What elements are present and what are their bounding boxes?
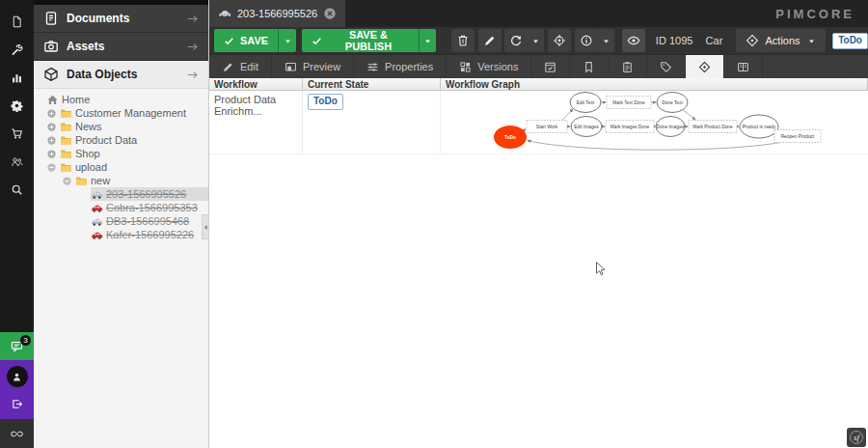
tab-edit[interactable]: Edit	[209, 55, 272, 78]
logout-icon	[11, 398, 23, 410]
ribbon-label: Properties	[385, 61, 433, 72]
tab-object[interactable]: 203-1566995526	[209, 0, 345, 27]
logout-button[interactable]	[7, 394, 28, 413]
column-header-workflow-graph[interactable]: Workflow Graph	[441, 78, 868, 90]
tab-calendar-button[interactable]	[531, 55, 570, 78]
accordion-data-objects[interactable]: Data Objects	[34, 61, 208, 89]
plus-circle-icon[interactable]	[46, 108, 57, 119]
panel-collapse-handle[interactable]	[202, 214, 209, 239]
tree-item-shop[interactable]: Shop	[34, 147, 208, 160]
tree-item-label: Customer Management	[75, 107, 186, 119]
car-red-icon	[91, 229, 103, 241]
tree-item-news[interactable]: News	[34, 120, 208, 133]
gear-icon	[11, 99, 23, 112]
info-dropdown[interactable]	[598, 29, 614, 52]
empty-content-area	[209, 154, 868, 448]
reload-dropdown[interactable]	[528, 29, 544, 52]
graph-node-label: ToDo	[504, 135, 516, 140]
tree-item-home[interactable]: Home	[34, 93, 208, 106]
bookmark-icon	[583, 61, 595, 73]
cart-icon	[11, 127, 23, 140]
collapse-arrow-icon	[203, 224, 209, 231]
tree-item-customer-management[interactable]: Customer Management	[34, 106, 208, 120]
navigation-panel: Documents Assets Data Objects HomeCustom…	[34, 0, 209, 448]
rail-chart-button[interactable]	[0, 64, 34, 92]
documents-icon	[43, 11, 59, 26]
column-header-workflow[interactable]: Workflow	[209, 78, 303, 90]
save-publish-dropdown[interactable]	[419, 29, 436, 52]
rename-button[interactable]	[478, 29, 502, 52]
rail-cart-button[interactable]	[0, 120, 34, 148]
debug-toolbar-button[interactable]: sf	[847, 428, 866, 447]
car-icon	[218, 7, 231, 20]
tab-bookmark-button[interactable]	[570, 55, 609, 78]
info-button[interactable]	[575, 29, 598, 52]
column-header-current-state[interactable]: Current State	[303, 78, 441, 90]
infinity-icon	[11, 428, 23, 440]
ribbon-label: Versions	[477, 61, 518, 72]
chevron-down-icon	[531, 37, 540, 45]
object-toolbar: SAVE SAVE & PUBLISH	[209, 27, 868, 55]
user-avatar-button[interactable]	[7, 366, 28, 387]
accordion-documents[interactable]: Documents	[34, 5, 208, 33]
chevron-down-icon	[602, 37, 610, 45]
wrench-icon	[11, 43, 23, 56]
tab-tag-button[interactable]	[647, 55, 686, 78]
tab-book-button[interactable]	[724, 55, 763, 78]
rail-file-button[interactable]	[0, 8, 34, 36]
tree-item-db3-1566995468[interactable]: DB3-1566995468	[34, 214, 208, 228]
tree-item-kafer-1566995226[interactable]: Kafer-1566995226	[34, 228, 208, 241]
plus-circle-icon[interactable]	[46, 135, 57, 146]
tree-item-203-1566995526[interactable]: 203-1566995526	[34, 187, 208, 201]
tab-clipboard-button[interactable]	[609, 55, 647, 78]
tree-item-label: 203-1566995526	[106, 188, 186, 200]
minus-circle-icon[interactable]	[46, 162, 57, 173]
folder-icon	[60, 107, 72, 120]
tree-item-product-data[interactable]: Product Data	[34, 133, 208, 147]
accordion-assets[interactable]: Assets	[34, 33, 208, 61]
edge-start_work-to-edit_text	[562, 109, 573, 121]
rail-users-button[interactable]	[0, 148, 34, 176]
chevron-down-icon	[807, 37, 816, 45]
locate-in-tree-button[interactable]	[548, 29, 571, 52]
delete-button[interactable]	[451, 29, 475, 52]
save-publish-button[interactable]: SAVE & PUBLISH	[302, 29, 436, 52]
accordion-documents-label: Documents	[67, 12, 129, 25]
tree-item-new[interactable]: new	[34, 174, 208, 187]
tab-properties[interactable]: Properties	[354, 55, 447, 78]
workflow-name-cell: Product Data Enrichm...	[209, 91, 303, 154]
rail-search-button[interactable]	[0, 176, 34, 204]
tree-item-cobra-1566995353[interactable]: Cobra-1566995353	[34, 201, 208, 214]
graph-node-label: Reopen Product	[781, 134, 815, 139]
save-button[interactable]: SAVE	[214, 29, 296, 52]
rail-wrench-button[interactable]	[0, 36, 34, 64]
rail-gear-button[interactable]	[0, 92, 34, 120]
open-preview-button[interactable]	[622, 29, 645, 52]
target-icon	[553, 34, 566, 47]
tab-preview[interactable]: Preview	[272, 55, 354, 78]
current-state-badge: ToDo	[308, 94, 343, 110]
graph-node-label: Mark Images Done	[610, 125, 650, 129]
plus-circle-icon[interactable]	[46, 149, 57, 159]
info-icon	[580, 34, 593, 47]
notifications-button[interactable]: 3	[0, 332, 34, 360]
save-dropdown[interactable]	[278, 29, 296, 52]
tree-item-label: Product Data	[75, 134, 137, 146]
workflow-actions-button[interactable]: Actions	[736, 29, 826, 52]
tab-versions[interactable]: Versions	[447, 55, 531, 78]
arrow-right-icon	[186, 41, 199, 53]
minus-circle-icon[interactable]	[62, 176, 72, 186]
tab-strip: 203-1566995526 PIMCORE	[209, 0, 868, 27]
tree-item-upload[interactable]: upload	[34, 160, 208, 174]
car-silver-icon	[91, 215, 103, 228]
chevron-down-icon	[423, 37, 432, 45]
icon-rail: 3	[0, 0, 34, 448]
reload-button[interactable]	[504, 29, 528, 52]
tab-diamond-button[interactable]	[686, 55, 724, 78]
trash-icon	[456, 34, 470, 47]
graph-node-label: Start Work	[536, 125, 558, 129]
plus-circle-icon[interactable]	[46, 122, 57, 132]
main-area: 203-1566995526 PIMCORE SAVE	[209, 0, 868, 448]
search-icon	[11, 183, 23, 196]
tab-close-button[interactable]	[323, 7, 337, 20]
